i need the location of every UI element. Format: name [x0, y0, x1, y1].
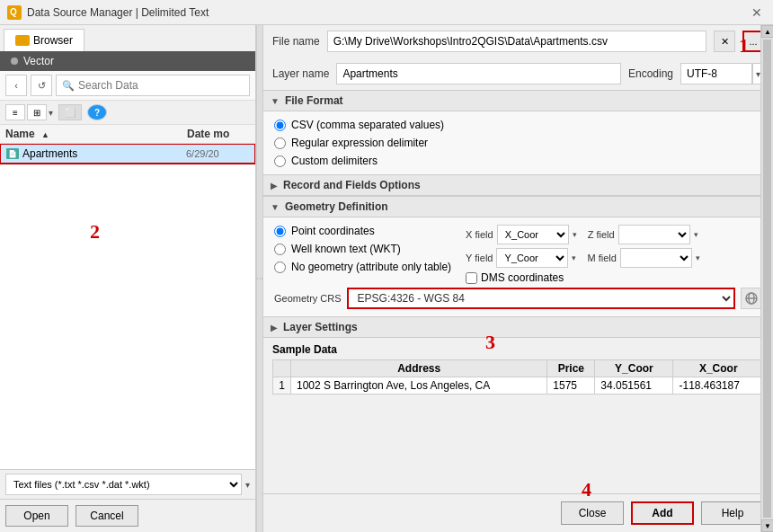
- geometry-def-arrow: ▼: [271, 202, 280, 212]
- close-button[interactable]: Close: [561, 501, 624, 525]
- dms-checkbox-row[interactable]: DMS coordinates: [466, 271, 700, 284]
- layer-settings-section-header[interactable]: ▶ Layer Settings: [263, 316, 773, 338]
- filename-row: File name ✕ ...: [263, 25, 773, 58]
- layername-row: Layer name Encoding ▾: [263, 58, 773, 90]
- regex-option[interactable]: Regular expression delimiter: [274, 137, 762, 149]
- price-header: Price: [547, 360, 595, 377]
- scrollbar-thumb[interactable]: [763, 40, 771, 518]
- row-number: 1: [273, 377, 291, 395]
- filter-dropdown-arrow: ▾: [245, 480, 250, 490]
- encoding-input[interactable]: [680, 63, 752, 84]
- point-coordinates-option[interactable]: Point coordinates: [274, 225, 451, 237]
- left-panel: Browser Vector ‹ ↺ 🔍 ≡ ⊞ ▾: [0, 25, 256, 532]
- ycoor-header: Y_Coor: [595, 360, 673, 377]
- address-cell: 1002 S Barrington Ave, Los Angeles, CA: [291, 377, 547, 395]
- file-format-content: CSV (comma separated values) Regular exp…: [263, 111, 773, 174]
- record-fields-section-header[interactable]: ▶ Record and Fields Options: [263, 174, 773, 196]
- crs-select[interactable]: EPSG:4326 - WGS 84: [347, 288, 735, 309]
- file-date-label: 6/29/20: [186, 148, 249, 159]
- left-toolbar: ‹ ↺ 🔍: [0, 71, 255, 101]
- sample-data-title: Sample Data: [272, 343, 764, 356]
- scroll-up-button[interactable]: ▲: [761, 25, 773, 38]
- z-field-select[interactable]: [618, 225, 690, 244]
- right-panel: File name ✕ ... Layer name Encoding ▾ ▼ …: [263, 25, 773, 532]
- close-window-button[interactable]: ✕: [748, 4, 766, 22]
- file-list: 📄 Apartments 6/29/20: [0, 144, 255, 469]
- right-scrollbar[interactable]: ▲ ▼: [760, 25, 773, 532]
- geometry-options-layout: Point coordinates Well known text (WKT) …: [274, 225, 762, 284]
- filename-label: File name: [272, 35, 320, 48]
- browser-tab[interactable]: Browser: [4, 29, 84, 51]
- refresh-button[interactable]: ↺: [31, 75, 52, 96]
- layer-settings-arrow: ▶: [271, 323, 278, 332]
- file-format-arrow: ▼: [271, 96, 280, 106]
- xcoor-cell: -118.463187: [673, 377, 764, 395]
- crs-icon-button[interactable]: [741, 288, 762, 309]
- search-input[interactable]: [78, 79, 244, 92]
- help-button[interactable]: Help: [701, 501, 764, 525]
- geometry-field-selects: X field X_Coor ▾ Z field: [466, 225, 700, 284]
- back-button[interactable]: ‹: [5, 75, 27, 96]
- cancel-button[interactable]: Cancel: [76, 505, 138, 527]
- y-m-fields-row2: Y field Y_Coor ▾ M field: [466, 248, 700, 268]
- custom-delimiters-option[interactable]: Custom delimiters: [274, 155, 762, 167]
- file-format-title: File Format: [285, 94, 343, 107]
- vector-icon: [11, 58, 18, 65]
- csv-option[interactable]: CSV (comma separated values): [274, 119, 762, 131]
- panel-view-btn[interactable]: ⬜: [58, 104, 82, 120]
- yfield-arrow: ▾: [572, 253, 576, 262]
- record-fields-arrow: ▶: [271, 181, 278, 191]
- name-column-header: Name ▲: [5, 128, 187, 140]
- layername-input[interactable]: [336, 63, 621, 84]
- table-row: 1 1002 S Barrington Ave, Los Angeles, CA…: [273, 377, 764, 395]
- clear-filename-button[interactable]: ✕: [714, 31, 735, 52]
- vector-tab[interactable]: Vector: [0, 51, 255, 71]
- y-field-group: Y field Y_Coor ▾: [466, 248, 576, 268]
- file-row[interactable]: 📄 Apartments 6/29/20: [0, 144, 255, 164]
- xfield-arrow: ▾: [573, 230, 577, 239]
- file-type-filter[interactable]: Text files (*.txt *.csv *.dat *.wkt): [5, 474, 242, 495]
- address-header: Address: [291, 360, 547, 377]
- sample-data-table: Address Price Y_Coor X_Coor 1 1002 S Bar…: [272, 359, 764, 395]
- title-bar: Q Data Source Manager | Delimited Text ✕: [0, 0, 773, 25]
- layer-settings-title: Layer Settings: [283, 321, 358, 333]
- mfield-arrow: ▾: [696, 253, 700, 262]
- crs-label: Geometry CRS: [274, 293, 342, 304]
- file-format-section-header[interactable]: ▼ File Format: [263, 90, 773, 111]
- help-icon-btn[interactable]: ?: [87, 104, 107, 120]
- y-field-select[interactable]: Y_Coor: [496, 248, 568, 268]
- view-dropdown-arrow[interactable]: ▾: [49, 108, 53, 118]
- wkt-option[interactable]: Well known text (WKT): [274, 243, 451, 255]
- row-num-header: [273, 360, 291, 377]
- view-toggle-group: ≡ ⊞ ▾ ⬜: [5, 104, 82, 120]
- filename-input[interactable]: [327, 31, 706, 52]
- open-button[interactable]: Open: [5, 505, 68, 527]
- column-header: ≡ ⊞ ▾ ⬜ ?: [0, 101, 255, 125]
- geometry-def-content: Point coordinates Well known text (WKT) …: [263, 217, 773, 316]
- x-field-select[interactable]: X_Coor: [497, 225, 569, 244]
- price-cell: 1575: [547, 377, 595, 395]
- sort-arrow[interactable]: ▲: [41, 130, 49, 139]
- search-box[interactable]: 🔍: [56, 75, 250, 96]
- xcoor-header: X_Coor: [673, 360, 764, 377]
- tab-area: Browser: [0, 25, 255, 51]
- dms-checkbox[interactable]: [466, 272, 477, 284]
- left-filter-row: Text files (*.txt *.csv *.dat *.wkt) ▾: [0, 469, 255, 499]
- geometry-def-section-header[interactable]: ▼ Geometry Definition: [263, 196, 773, 217]
- file-list-header: Name ▲ Date mo: [0, 125, 255, 144]
- left-action-buttons: Open Cancel: [0, 499, 255, 532]
- encoding-label: Encoding: [628, 67, 673, 80]
- browser-icon: [15, 35, 30, 46]
- m-field-select[interactable]: [620, 248, 692, 268]
- add-button[interactable]: Add: [631, 501, 694, 525]
- list-view-btn[interactable]: ≡: [5, 104, 25, 120]
- grid-view-btn[interactable]: ⊞: [27, 104, 47, 120]
- zfield-arrow: ▾: [694, 230, 698, 239]
- no-geometry-option[interactable]: No geometry (attribute only table): [274, 261, 451, 273]
- geometry-def-title: Geometry Definition: [285, 200, 388, 213]
- sample-data-section: Sample Data Address Price Y_Coor X_Coor: [263, 338, 773, 400]
- panel-divider[interactable]: ⋮: [256, 25, 263, 532]
- x-field-group: X field X_Coor ▾: [466, 225, 577, 244]
- scroll-down-button[interactable]: ▼: [761, 519, 773, 532]
- title-text: Data Source Manager | Delimited Text: [27, 6, 748, 19]
